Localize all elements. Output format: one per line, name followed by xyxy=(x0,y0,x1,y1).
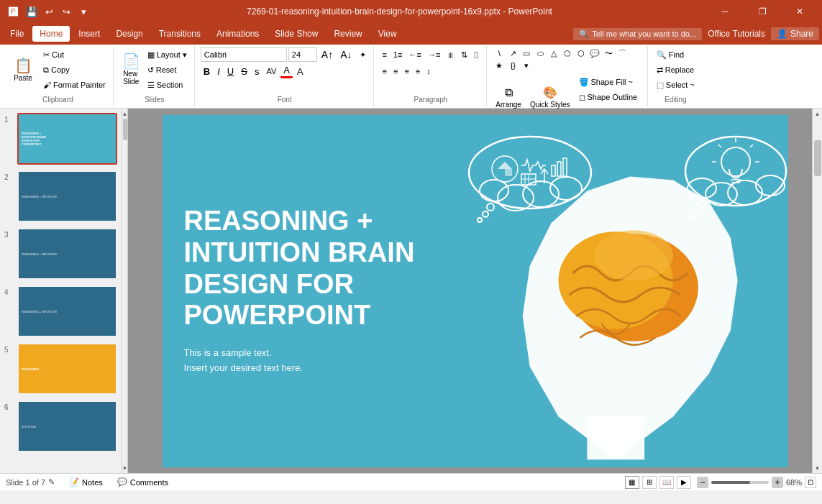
slide-img-6[interactable]: INTUITION xyxy=(17,400,117,452)
close-button[interactable]: ✕ xyxy=(783,0,816,23)
menu-slideshow[interactable]: Slide Show xyxy=(268,26,325,42)
text-direction-button[interactable]: ⇅ xyxy=(458,47,470,62)
restore-button[interactable]: ❐ xyxy=(746,0,779,23)
text-highlight-button[interactable]: A xyxy=(294,64,306,78)
slide-thumbnail-3[interactable]: 3 REASONING + INTUITION xyxy=(3,226,119,281)
numbering-button[interactable]: 1≡ xyxy=(391,47,406,62)
slide-thumbnail-2[interactable]: 2 REASONING + INTUITION xyxy=(3,169,119,224)
zoom-in-button[interactable]: + xyxy=(772,477,783,488)
canvas-vertical-scrollbar[interactable]: ▲ ▼ xyxy=(812,109,822,473)
scroll-up-arrow[interactable]: ▲ xyxy=(122,109,127,119)
undo-button[interactable]: ↩ xyxy=(42,4,56,19)
shape-connector[interactable]: ⌒ xyxy=(616,47,629,59)
increase-font-button[interactable]: A↑ xyxy=(319,47,336,62)
scroll-down-arrow[interactable]: ▼ xyxy=(122,463,127,473)
normal-view-button[interactable]: ▦ xyxy=(625,476,639,489)
section-button[interactable]: ☰ Section xyxy=(145,78,190,92)
reset-button[interactable]: ↺ Reset xyxy=(145,63,190,77)
shape-curve[interactable]: 〜 xyxy=(602,47,615,59)
arrange-button[interactable]: ⧉ Arrange xyxy=(493,84,524,110)
customize-button[interactable]: ▾ xyxy=(76,4,91,19)
clear-format-button[interactable]: ✦ xyxy=(357,47,369,62)
shape-triangle[interactable]: △ xyxy=(547,47,560,59)
slide-img-4[interactable]: REASONING + INTUITION xyxy=(17,285,117,337)
shape-pentagon[interactable]: ⬠ xyxy=(561,47,574,59)
canvas-scroll-up[interactable]: ▲ xyxy=(813,109,822,119)
slide-thumbnail-4[interactable]: 4 REASONING + INTUITION xyxy=(3,284,119,339)
align-right-button[interactable]: ≡ xyxy=(401,64,411,78)
menu-home[interactable]: Home xyxy=(32,26,70,42)
canvas-scroll-down[interactable]: ▼ xyxy=(813,463,822,473)
spacing-button[interactable]: AV xyxy=(263,64,279,78)
slide-panel[interactable]: 1 REASONING +INTUITION BRAINDESIGN FORPO… xyxy=(0,109,122,473)
copy-button[interactable]: ⧉ Copy xyxy=(40,63,109,77)
reading-view-button[interactable]: 📖 xyxy=(659,476,674,489)
shape-brace[interactable]: {} xyxy=(506,60,519,71)
quick-styles-button[interactable]: 🎨 Quick Styles xyxy=(527,84,573,110)
bullets-button[interactable]: ≡ xyxy=(380,47,390,62)
shape-outline-button[interactable]: ◻ Shape Outline xyxy=(576,90,643,104)
slide-img-2[interactable]: REASONING + INTUITION xyxy=(17,170,117,222)
cut-button[interactable]: ✂ Cut xyxy=(40,47,109,62)
select-button[interactable]: ⬚ Select ~ xyxy=(654,78,698,92)
decrease-indent-button[interactable]: ←≡ xyxy=(406,47,424,62)
shape-oval[interactable]: ⬭ xyxy=(534,47,547,59)
increase-indent-button[interactable]: →≡ xyxy=(425,47,443,62)
font-color-button[interactable]: A xyxy=(280,64,293,78)
menu-review[interactable]: Review xyxy=(326,26,369,42)
zoom-slider[interactable] xyxy=(711,481,769,484)
comments-button[interactable]: 💬 Comments xyxy=(117,477,168,487)
slideshow-button[interactable]: ▶ xyxy=(677,476,691,489)
decrease-font-button[interactable]: A↓ xyxy=(337,47,355,62)
menu-file[interactable]: File xyxy=(3,26,31,42)
slide-sorter-button[interactable]: ⊞ xyxy=(642,476,657,489)
menu-design[interactable]: Design xyxy=(109,26,150,42)
search-box[interactable]: 🔍 Tell me what you want to do... xyxy=(573,28,702,40)
slide-thumbnail-5[interactable]: 5 REASONING xyxy=(3,342,119,396)
menu-animations[interactable]: Animations xyxy=(209,26,266,42)
save-button[interactable]: 💾 xyxy=(24,4,39,19)
shape-arrow[interactable]: ↗ xyxy=(506,47,519,59)
center-button[interactable]: ≡ xyxy=(391,64,401,78)
font-size-input[interactable]: 24 xyxy=(288,47,317,62)
minimize-button[interactable]: ─ xyxy=(708,0,741,23)
slide-panel-scrollbar[interactable]: ▲ ▼ xyxy=(122,109,128,473)
shape-hex[interactable]: ⬡ xyxy=(575,47,588,59)
justify-button[interactable]: ≡ xyxy=(413,64,423,78)
shape-line[interactable]: \ xyxy=(493,47,506,59)
shape-callout[interactable]: 💬 xyxy=(588,47,601,59)
slide-canvas[interactable]: REASONING + INTUITION BRAIN DESIGN FOR P… xyxy=(163,115,788,467)
fit-button[interactable]: ⊡ xyxy=(805,477,816,488)
slide-img-5[interactable]: REASONING xyxy=(17,343,117,395)
paste-button[interactable]: 📋 Paste xyxy=(7,49,39,91)
slide-thumbnail-6[interactable]: 6 INTUITION xyxy=(3,399,119,454)
replace-button[interactable]: ⇄ Replace xyxy=(654,63,698,77)
smartart-button[interactable]: ⌷ xyxy=(471,47,482,62)
menu-view[interactable]: View xyxy=(371,26,404,42)
bold-button[interactable]: B xyxy=(201,64,213,78)
menu-insert[interactable]: Insert xyxy=(71,26,107,42)
canvas-area[interactable]: REASONING + INTUITION BRAIN DESIGN FOR P… xyxy=(128,109,822,473)
slide-thumbnail-1[interactable]: 1 REASONING +INTUITION BRAINDESIGN FORPO… xyxy=(3,111,119,166)
notes-button[interactable]: 📝 Notes xyxy=(69,477,103,487)
slide-text-area[interactable]: REASONING + INTUITION BRAIN DESIGN FOR P… xyxy=(163,115,444,467)
underline-button[interactable]: U xyxy=(224,64,237,78)
format-painter-button[interactable]: 🖌 Format Painter xyxy=(40,78,109,92)
share-button[interactable]: 👤 Share xyxy=(771,27,819,40)
slide-img-3[interactable]: REASONING + INTUITION xyxy=(17,228,117,280)
strikethrough-button[interactable]: S xyxy=(238,64,250,78)
italic-button[interactable]: I xyxy=(214,64,223,78)
align-left-button[interactable]: ≡ xyxy=(380,64,390,78)
office-tutorials-button[interactable]: Office Tutorials xyxy=(708,29,765,39)
new-slide-button[interactable]: 📄 NewSlide xyxy=(119,49,143,91)
redo-button[interactable]: ↪ xyxy=(59,4,73,19)
columns-button[interactable]: ⫼ xyxy=(444,47,457,62)
shape-star[interactable]: ★ xyxy=(493,60,506,71)
zoom-out-button[interactable]: − xyxy=(697,477,708,488)
shape-more[interactable]: ▾ xyxy=(520,60,533,71)
scroll-thumb[interactable] xyxy=(123,119,127,140)
shape-rect[interactable]: ▭ xyxy=(520,47,533,59)
line-spacing-button[interactable]: ↕ xyxy=(424,64,434,78)
canvas-scroll-thumb[interactable] xyxy=(814,140,821,176)
shape-fill-button[interactable]: 🪣 Shape Fill ~ xyxy=(576,75,643,89)
